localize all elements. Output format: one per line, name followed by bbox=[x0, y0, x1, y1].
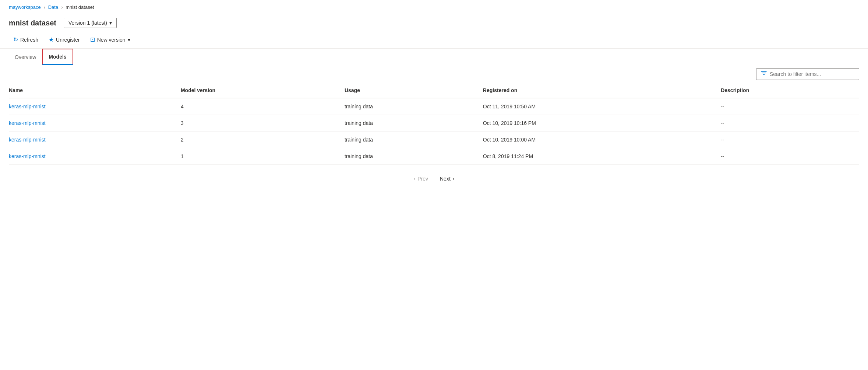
next-button[interactable]: Next › bbox=[435, 174, 459, 184]
version-dropdown-label: Version 1 (latest) bbox=[68, 20, 107, 26]
row-3-usage: training data bbox=[345, 148, 483, 165]
table-row: keras-mlp-mnist 4 training data Oct 11, … bbox=[9, 98, 859, 115]
filter-icon bbox=[761, 70, 767, 78]
row-0-registered-on: Oct 11, 2019 10:50 AM bbox=[483, 98, 721, 115]
prev-button[interactable]: ‹ Prev bbox=[409, 174, 433, 184]
row-1-registered-on: Oct 10, 2019 10:16 PM bbox=[483, 115, 721, 132]
next-arrow-icon: › bbox=[453, 176, 455, 182]
new-version-icon: ⊡ bbox=[90, 36, 95, 43]
breadcrumb-current: mnist dataset bbox=[66, 4, 94, 10]
row-0-model-version: 4 bbox=[181, 98, 345, 115]
col-header-usage: Usage bbox=[345, 83, 483, 98]
row-0-description: -- bbox=[721, 98, 859, 115]
row-2-model-version: 2 bbox=[181, 132, 345, 148]
row-3-name[interactable]: keras-mlp-mnist bbox=[9, 153, 46, 159]
tab-models[interactable]: Models bbox=[42, 49, 73, 65]
row-3-registered-on: Oct 8, 2019 11:24 PM bbox=[483, 148, 721, 165]
version-dropdown[interactable]: Version 1 (latest) ▾ bbox=[64, 18, 117, 28]
row-3-description: -- bbox=[721, 148, 859, 165]
new-version-chevron-icon: ▾ bbox=[128, 37, 130, 43]
star-icon: ★ bbox=[49, 36, 54, 43]
row-2-name[interactable]: keras-mlp-mnist bbox=[9, 137, 46, 143]
row-2-usage: training data bbox=[345, 132, 483, 148]
chevron-down-icon: ▾ bbox=[109, 20, 112, 26]
breadcrumb: mayworkspace › Data › mnist dataset bbox=[0, 0, 868, 13]
filter-input[interactable] bbox=[770, 71, 854, 77]
row-2-description: -- bbox=[721, 132, 859, 148]
table-row: keras-mlp-mnist 2 training data Oct 10, … bbox=[9, 132, 859, 148]
breadcrumb-sep-2: › bbox=[61, 5, 63, 10]
tabs-bar: Overview Models bbox=[0, 49, 868, 65]
toolbar: ↻ Refresh ★ Unregister ⊡ New version ▾ bbox=[0, 31, 868, 49]
row-0-usage: training data bbox=[345, 98, 483, 115]
col-header-name: Name bbox=[9, 83, 181, 98]
new-version-button[interactable]: ⊡ New version ▾ bbox=[86, 34, 135, 45]
filter-bar bbox=[0, 65, 868, 83]
row-0-name[interactable]: keras-mlp-mnist bbox=[9, 104, 46, 109]
row-1-usage: training data bbox=[345, 115, 483, 132]
prev-arrow-icon: ‹ bbox=[414, 176, 416, 182]
breadcrumb-workspace[interactable]: mayworkspace bbox=[9, 4, 41, 10]
new-version-label: New version bbox=[97, 37, 126, 43]
models-table: Name Model version Usage Registered on D… bbox=[9, 83, 859, 165]
pagination: ‹ Prev Next › bbox=[0, 165, 868, 193]
table-row: keras-mlp-mnist 3 training data Oct 10, … bbox=[9, 115, 859, 132]
page-title: mnist dataset bbox=[9, 19, 56, 27]
refresh-button[interactable]: ↻ Refresh bbox=[9, 34, 43, 45]
prev-label: Prev bbox=[417, 176, 428, 182]
refresh-icon: ↻ bbox=[13, 36, 18, 43]
row-2-registered-on: Oct 10, 2019 10:00 AM bbox=[483, 132, 721, 148]
col-header-model-version: Model version bbox=[181, 83, 345, 98]
row-1-name[interactable]: keras-mlp-mnist bbox=[9, 120, 46, 126]
table-container: Name Model version Usage Registered on D… bbox=[0, 83, 868, 165]
breadcrumb-data[interactable]: Data bbox=[48, 4, 58, 10]
table-row: keras-mlp-mnist 1 training data Oct 8, 2… bbox=[9, 148, 859, 165]
page-header: mnist dataset Version 1 (latest) ▾ bbox=[0, 13, 868, 31]
filter-input-wrapper bbox=[756, 68, 859, 80]
breadcrumb-sep-1: › bbox=[44, 5, 45, 10]
unregister-button[interactable]: ★ Unregister bbox=[44, 34, 84, 45]
tab-overview[interactable]: Overview bbox=[9, 50, 42, 65]
refresh-label: Refresh bbox=[20, 37, 38, 43]
col-header-description: Description bbox=[721, 83, 859, 98]
row-1-description: -- bbox=[721, 115, 859, 132]
row-1-model-version: 3 bbox=[181, 115, 345, 132]
table-header-row: Name Model version Usage Registered on D… bbox=[9, 83, 859, 98]
row-3-model-version: 1 bbox=[181, 148, 345, 165]
next-label: Next bbox=[440, 176, 451, 182]
unregister-label: Unregister bbox=[56, 37, 80, 43]
col-header-registered-on: Registered on bbox=[483, 83, 721, 98]
